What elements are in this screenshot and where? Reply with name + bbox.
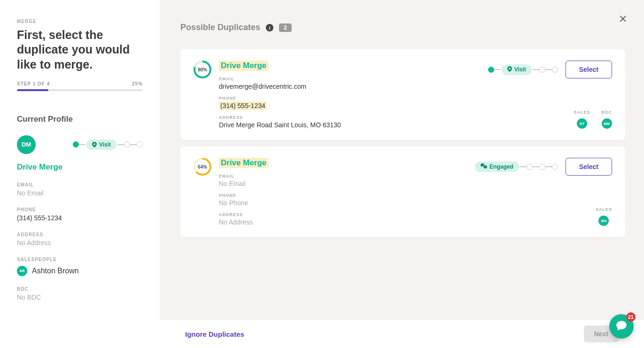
chat-launcher[interactable]: 21: [609, 314, 634, 339]
chat-icon: [615, 319, 628, 333]
salesperson-row: AB Ashton Brown: [17, 266, 143, 276]
current-profile-heading: Current Profile: [17, 115, 143, 124]
stage-badge-engaged: Engaged: [475, 162, 519, 172]
field-value: No BDC: [17, 294, 143, 301]
info-icon[interactable]: i: [266, 24, 273, 31]
stage-dot: [527, 164, 533, 170]
sidebar: MERGE First, select the duplicate you wo…: [0, 0, 160, 348]
card-phone-label: PHONE: [219, 96, 473, 101]
field-address: ADDRESS No Address: [17, 232, 143, 247]
role-label: BDC: [602, 110, 613, 115]
stage-line: [520, 166, 527, 167]
card-body: Drive MergeEMAILNo EmailPHONENo PhoneADD…: [219, 158, 466, 226]
select-button[interactable]: Select: [566, 61, 612, 78]
field-label: BDC: [17, 286, 143, 292]
card-stage-indicator: Engaged: [474, 162, 558, 172]
match-percent: 64%: [198, 164, 207, 170]
card-stage-indicator: Visit: [488, 64, 558, 75]
card-address-label: ADDRESS: [219, 115, 473, 120]
select-button[interactable]: Select: [566, 158, 612, 176]
role-col: SALESDT: [574, 110, 590, 129]
close-icon: ✕: [619, 13, 627, 25]
match-ring: 64%: [194, 158, 211, 176]
field-bdc: BDC No BDC: [17, 286, 143, 301]
role-avatar: BH: [598, 216, 609, 226]
card-right: EngagedSelectSALESBH: [474, 158, 612, 226]
role-col: SALESBH: [596, 207, 612, 226]
salesperson-name: Ashton Brown: [32, 267, 79, 275]
field-label: PHONE: [17, 207, 143, 212]
ignore-duplicates-button[interactable]: Ignore Duplicates: [185, 330, 244, 338]
duplicate-count-badge: 2: [279, 23, 292, 32]
field-value: (314) 555-1234: [17, 214, 143, 222]
card-email-label: EMAIL: [219, 174, 466, 178]
stage-badge-visit: Visit: [502, 64, 532, 75]
profile-row: DM Visit: [17, 135, 143, 154]
card-email-value: drivemerge@drivecentric.com: [219, 83, 473, 90]
role-col: BDCBM: [602, 110, 613, 129]
stage-line: [79, 144, 85, 145]
stage-dot: [552, 164, 558, 170]
close-button[interactable]: ✕: [619, 13, 627, 25]
match-percent: 80%: [198, 67, 207, 72]
step-percent: 25%: [132, 81, 143, 86]
stage-indicator: Visit: [73, 139, 143, 150]
stage-line: [130, 144, 137, 145]
field-email: EMAIL No Email: [17, 182, 143, 197]
pin-icon: [507, 66, 512, 73]
stage-line: [533, 69, 539, 70]
profile-avatar: DM: [17, 135, 36, 154]
progress-fill: [17, 89, 48, 91]
card-name[interactable]: Drive Merge: [219, 61, 268, 71]
chat-bubbles-icon: [481, 163, 487, 170]
card-name[interactable]: Drive Merge: [219, 158, 268, 168]
role-avatar: DT: [577, 118, 587, 129]
card-email-value: No Email: [219, 180, 466, 187]
card-phone-value: No Phone: [219, 199, 466, 207]
footer: Ignore Duplicates Next: [160, 319, 644, 348]
card-phone-label: PHONE: [219, 193, 466, 198]
field-salespeople: SALESPEOPLE AB Ashton Brown: [17, 257, 143, 276]
main-title: Possible Duplicates: [180, 23, 260, 32]
stage-line: [545, 69, 552, 70]
role-label: SALES: [596, 207, 612, 212]
card-right-top: VisitSelect: [488, 61, 612, 78]
field-value: No Email: [17, 189, 143, 197]
card-phone-value: (314) 555-1234: [219, 102, 473, 109]
card-address-label: ADDRESS: [219, 212, 466, 217]
stage-badge-label: Visit: [514, 66, 526, 73]
stage-badge-label: Visit: [99, 141, 111, 148]
stage-dot: [488, 67, 494, 73]
role-label: SALES: [574, 110, 590, 115]
card-right: VisitSelectSALESDTBDCBM: [481, 61, 612, 129]
stage-line: [533, 166, 539, 167]
stage-line: [494, 69, 501, 70]
card-email-label: EMAIL: [219, 77, 473, 81]
duplicate-card: 80%Drive MergeEMAILdrivemerge@drivecentr…: [180, 49, 625, 140]
stage-badge-visit: Visit: [86, 139, 116, 150]
stage-dot: [552, 67, 558, 73]
main-header: Possible Duplicates i 2: [180, 23, 625, 32]
role-avatar: BM: [602, 118, 612, 129]
stage-line: [117, 144, 124, 145]
stage-badge-label: Engaged: [489, 163, 513, 170]
card-body: Drive MergeEMAILdrivemerge@drivecentric.…: [219, 61, 473, 129]
match-ring: 80%: [194, 61, 211, 78]
stage-dot: [124, 141, 130, 147]
step-row: STEP 1 OF 4 25%: [17, 81, 143, 86]
card-address-value: No Address: [219, 218, 466, 226]
progress-bar: [17, 89, 143, 91]
field-label: ADDRESS: [17, 232, 143, 237]
card-address-value: Drive Merge Road Saint Louis, MO 63130: [219, 121, 473, 129]
field-value: No Address: [17, 239, 143, 247]
stage-dot: [539, 67, 545, 73]
step-text: STEP 1 OF 4: [17, 81, 50, 86]
main-panel: ✕ Possible Duplicates i 2 80%Drive Merge…: [160, 0, 644, 319]
card-roles: SALESBH: [596, 207, 612, 226]
pin-icon: [92, 142, 97, 147]
duplicate-card: 64%Drive MergeEMAILNo EmailPHONENo Phone…: [180, 147, 625, 237]
card-right-top: EngagedSelect: [474, 158, 612, 176]
field-label: EMAIL: [17, 182, 143, 187]
profile-name: Drive Merge: [17, 162, 143, 172]
stage-dot: [539, 164, 545, 170]
